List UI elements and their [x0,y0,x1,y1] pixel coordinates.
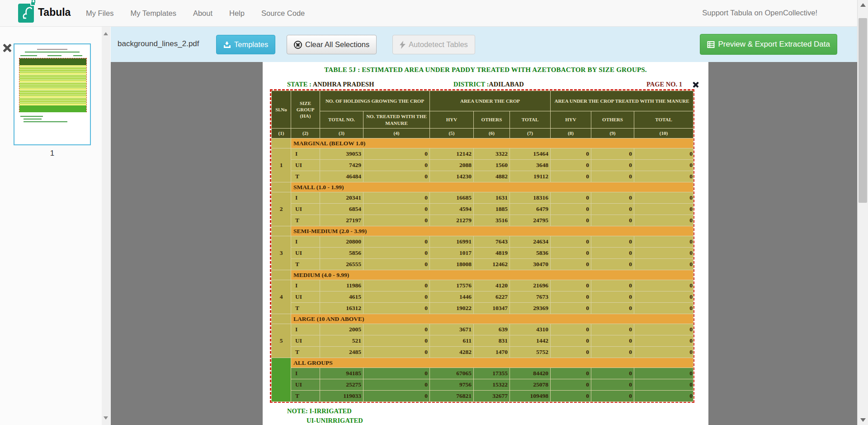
column-number: (5) [430,129,474,138]
table-cell: 0 [591,379,634,391]
table-cell: 0 [634,236,693,248]
nav-link-about[interactable]: About [193,9,212,17]
size-group-cell: I [291,280,320,291]
group-band: MARGINAL (BELOW 1.0) [291,138,693,148]
table-cell: 0 [551,236,591,248]
table-cell: 0 [591,248,634,259]
table-cell: 0 [591,236,634,248]
table-cell: 46484 [320,171,363,182]
column-subheader: NO. TREATED WITH THE MANURE [363,111,430,129]
size-group-cell: UI [291,204,320,215]
size-group-cell: I [291,148,320,160]
templates-button[interactable]: Templates [216,35,275,54]
table-cell: 0 [634,259,693,270]
table-cell: 0 [363,148,430,160]
table-cell: 0 [634,204,693,215]
clear-all-selections-button[interactable]: Clear All Selections [287,35,377,54]
table-cell: 4310 [510,324,551,335]
table-cell: 27197 [320,215,363,226]
table-cell: 1442 [510,335,551,347]
thumb-meta-line [73,55,82,56]
table-cell: 0 [551,248,591,259]
slno-cell [272,138,291,148]
table-cell: 26555 [320,259,363,270]
table-cell: 521 [320,335,363,347]
scroll-up-icon[interactable] [104,32,108,35]
nav-link-my-files[interactable]: My Files [86,9,113,17]
support-link[interactable]: Support Tabula on OpenCollective! [702,9,817,17]
district-label: DISTRICT : [453,81,489,88]
size-group-cell: I [291,324,320,335]
table-cell: 12142 [430,148,474,160]
table-cell: 10347 [474,303,510,314]
table-cell: 3516 [474,215,510,226]
autodetect-tables-button-disabled[interactable]: Autodetect Tables [392,35,475,54]
table-cell: 6479 [510,204,551,215]
table-cell: 6854 [320,204,363,215]
state-value: ANDHRA PRADESH [313,81,374,88]
column-number: (9) [591,129,634,138]
table-cell: 25078 [510,379,551,391]
table-cell: 0 [551,347,591,358]
remove-selection-icon[interactable] [692,81,699,88]
table-cell: 4594 [430,204,474,215]
table-cell: 0 [591,204,634,215]
pdf-page[interactable]: TABLE 5J : ESTIMATED AREA UNDER PADDY TR… [263,62,708,425]
table-cell: 0 [363,204,430,215]
column-subheader: HYV [430,111,474,129]
table-cell: 25275 [320,379,363,391]
slno-value: 2 [272,192,291,226]
table-cell: 19112 [510,171,551,182]
size-group-cell: T [291,171,320,182]
sidebar-scrollbar[interactable] [102,27,110,425]
table-cell: 0 [551,148,591,160]
table-cell: 0 [363,236,430,248]
table-cell: 0 [363,303,430,314]
table-cell: 0 [551,291,591,303]
group-band: ALL GROUPS [291,358,693,368]
group-band: LARGE (10 AND ABOVE) [291,314,693,324]
top-navbar: Tabula My FilesMy TemplatesAboutHelpSour… [0,0,857,27]
table-cell: 0 [363,347,430,358]
column-group-header: AREA UNDER THE CROP [430,91,551,111]
size-group-cell: I [291,192,320,204]
table-cell: 7429 [320,160,363,171]
slno-cell [272,314,291,324]
nav-link-help[interactable]: Help [229,9,245,17]
note-line: UI-UNIRRIGATED [307,417,363,425]
table-cell: 0 [551,215,591,226]
size-group-cell: T [291,391,320,402]
table-cell: 3648 [510,160,551,171]
table-cell: 0 [363,259,430,270]
table-cell: 0 [591,148,634,160]
size-group-cell: UI [291,291,320,303]
page-thumbnail[interactable] [14,43,91,145]
nav-link-my-templates[interactable]: My Templates [130,9,176,17]
scrollbar-thumb[interactable] [859,18,867,203]
table-cell: 84420 [510,368,551,379]
table-cell: 0 [591,259,634,270]
scroll-down-icon[interactable] [860,418,866,422]
scroll-down-icon[interactable] [104,416,108,420]
remove-page-icon[interactable] [2,43,12,53]
table-cell: 0 [591,368,634,379]
table-cell: 0 [591,391,634,402]
tabula-logo-icon[interactable] [18,4,34,23]
table-cell: 1885 [474,204,510,215]
table-cell: 0 [634,248,693,259]
table-cell: 0 [591,335,634,347]
nav-link-source-code[interactable]: Source Code [261,9,305,17]
district-value: ADILABAD [489,81,524,88]
table-cell: 15464 [510,148,551,160]
preview-export-button[interactable]: Preview & Export Extracted Data [700,34,837,55]
group-band: SMALL (1.0 - 1.99) [291,182,693,192]
window-scrollbar[interactable] [857,0,868,425]
table-cell: 17576 [430,280,474,291]
table-cell: 16685 [430,192,474,204]
size-group-cell: I [291,368,320,379]
scroll-up-icon[interactable] [860,3,866,7]
table-cell: 3322 [474,148,510,160]
table-cell: 17355 [474,368,510,379]
pdf-table: Sl.NoSIZE GROUP (HA)NO. OF HOLDINGS GROW… [271,91,693,402]
size-group-cell: T [291,215,320,226]
